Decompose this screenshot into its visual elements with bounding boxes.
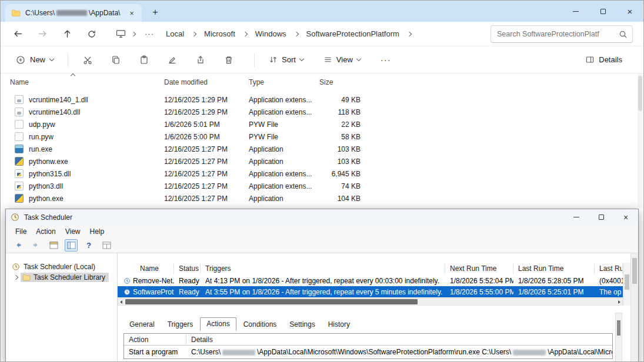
forward-button[interactable]: [32, 25, 52, 43]
sort-button[interactable]: Sort: [263, 51, 309, 68]
menu-help[interactable]: Help: [85, 226, 109, 237]
file-size: 49 KB: [319, 96, 373, 104]
task-last-result: The op: [595, 288, 623, 296]
breadcrumb-item-local[interactable]: Local: [163, 28, 186, 40]
column-header-last-run-time[interactable]: Last Run Time: [513, 264, 595, 274]
new-button[interactable]: New: [10, 51, 59, 69]
help-button[interactable]: ?: [82, 239, 95, 252]
task-list-horizontal-scrollbar[interactable]: [118, 298, 623, 306]
column-header-status[interactable]: Status: [174, 264, 201, 274]
tab-close-icon[interactable]: ×: [126, 8, 137, 18]
show-hide-console-tree-button[interactable]: [65, 239, 78, 252]
column-header-type[interactable]: Type: [249, 77, 319, 88]
breadcrumb-item-softwareprotectionplatform[interactable]: SoftwareProtectionPlatform: [304, 28, 402, 40]
file-row[interactable]: run.exe 12/16/2025 1:27 PM Application 1…: [1, 143, 643, 155]
tree-expander-icon[interactable]: [14, 275, 18, 280]
more-options-button[interactable]: ···: [375, 50, 397, 70]
refresh-button[interactable]: [82, 25, 102, 43]
explorer-tab[interactable]: C:\Users\\AppData\ ×: [5, 4, 142, 22]
back-button[interactable]: [8, 25, 28, 43]
task-scheduler-node-icon: [12, 263, 20, 271]
file-row[interactable]: python3.dll 12/16/2025 1:27 PM Applicati…: [1, 180, 643, 192]
forward-button[interactable]: [29, 239, 42, 252]
maximize-button[interactable]: [589, 1, 616, 22]
share-icon: [196, 55, 205, 65]
search-icon[interactable]: [619, 30, 628, 39]
task-list-vertical-scrollbar[interactable]: [623, 263, 630, 306]
breadcrumb-item-microsoft[interactable]: Microsoft: [202, 28, 238, 40]
menu-file[interactable]: File: [11, 226, 31, 237]
close-button[interactable]: ×: [613, 209, 638, 225]
scrollbar-thumb[interactable]: [617, 320, 620, 336]
file-row[interactable]: python.exe 12/16/2025 1:27 PM Applicatio…: [1, 192, 643, 205]
tab-settings[interactable]: Settings: [283, 319, 321, 331]
back-button[interactable]: [12, 239, 25, 252]
file-row[interactable]: python315.dll 12/16/2025 1:27 PM Applica…: [1, 167, 643, 180]
redacted-username: [513, 350, 546, 356]
copy-button[interactable]: [105, 50, 127, 70]
delete-button[interactable]: [218, 50, 240, 70]
column-header-action[interactable]: Action: [124, 335, 186, 344]
file-row[interactable]: vcruntime140_1.dll 12/16/2025 1:29 PM Ap…: [1, 93, 643, 106]
scrollbar-thumb[interactable]: [632, 258, 637, 284]
file-row[interactable]: run.pyw 1/6/2026 5:00 PM PYW File 58 KB: [1, 130, 643, 143]
column-header-date-modified[interactable]: Date modified: [164, 77, 249, 88]
scroll-left-arrow-icon[interactable]: [120, 300, 122, 304]
column-header-name[interactable]: Name: [118, 264, 174, 274]
breadcrumb-item-windows[interactable]: Windows: [253, 28, 289, 40]
share-button[interactable]: [189, 50, 212, 70]
actions-table-header: Action Details: [124, 334, 612, 346]
show-hide-action-pane-button[interactable]: [47, 239, 60, 252]
menu-view[interactable]: View: [61, 226, 85, 237]
maximize-button[interactable]: [589, 209, 613, 225]
minimize-button[interactable]: [562, 1, 589, 22]
scroll-right-arrow-icon[interactable]: [618, 300, 620, 304]
column-header-name[interactable]: Name: [10, 77, 164, 88]
actions-pane-scrollbar[interactable]: [615, 313, 622, 362]
tab-conditions[interactable]: Conditions: [238, 319, 283, 331]
menu-action[interactable]: Action: [31, 226, 60, 237]
chevron-right-icon: [131, 31, 136, 36]
new-tab-button[interactable]: +: [148, 5, 163, 20]
column-header-details[interactable]: Details: [186, 335, 612, 344]
file-size: 22 KB: [319, 120, 373, 129]
cut-button[interactable]: [76, 50, 99, 70]
minimize-button[interactable]: [564, 209, 589, 225]
action-row[interactable]: Start a program C:\Users\\AppData\Local\…: [124, 346, 612, 358]
tree-item-task-scheduler-local[interactable]: Task Scheduler (Local): [6, 262, 117, 272]
scrollbar-thumb[interactable]: [125, 299, 418, 304]
up-button[interactable]: [57, 25, 77, 43]
tab-history[interactable]: History: [322, 319, 356, 331]
breadcrumb: ··· Local Microsoft Windows SoftwareProt…: [116, 28, 411, 40]
rename-button[interactable]: [161, 50, 183, 70]
column-header-last-run-result[interactable]: Last Ru: [595, 264, 623, 274]
scrollbar-thumb[interactable]: [625, 274, 629, 290]
tree-item-task-scheduler-library[interactable]: Task Scheduler Library: [6, 272, 117, 283]
tab-actions[interactable]: Actions: [200, 317, 236, 331]
pane-vertical-scrollbar[interactable]: [630, 253, 638, 362]
tab-general[interactable]: General: [124, 319, 161, 331]
file-list-scrollbar[interactable]: [638, 73, 643, 207]
breadcrumb-overflow-button[interactable]: ···: [141, 28, 158, 40]
tab-triggers[interactable]: Triggers: [162, 319, 199, 331]
column-header-next-run-time[interactable]: Next Run Time: [445, 264, 513, 274]
task-row[interactable]: Remove-Net... Ready At 4:13 PM on 1/8/20…: [118, 275, 623, 286]
close-button[interactable]: ×: [616, 1, 643, 22]
standard-tab-button[interactable]: [100, 239, 113, 252]
search-input[interactable]: Search SoftwareProtectionPlatf: [490, 25, 633, 43]
task-last-run: 1/8/2026 5:25:01 PM: [513, 288, 595, 296]
file-row[interactable]: udp.pyw 1/6/2026 5:01 PM PYW File 22 KB: [1, 118, 643, 130]
paste-button[interactable]: [133, 50, 155, 70]
task-row-selected[interactable]: SoftwareProt... Ready At 3:55 PM on 1/8/…: [118, 286, 623, 297]
column-header-size[interactable]: Size: [319, 77, 373, 88]
task-list-pane: Name Status Triggers Next Run Time Last …: [118, 253, 638, 362]
column-header-triggers[interactable]: Triggers: [201, 264, 445, 274]
view-button[interactable]: View: [318, 51, 366, 68]
file-row[interactable]: vcruntime140.dll 12/16/2025 1:29 PM Appl…: [1, 106, 643, 118]
task-scheduler-title-bar[interactable]: Task Scheduler ×: [6, 209, 638, 225]
details-pane-button[interactable]: Details: [579, 51, 628, 68]
this-pc-icon[interactable]: [116, 29, 126, 38]
chevron-down-icon: [299, 56, 304, 61]
python-dll-icon: [15, 182, 24, 190]
file-row[interactable]: pythonw.exe 12/16/2025 1:27 PM Applicati…: [1, 155, 643, 167]
